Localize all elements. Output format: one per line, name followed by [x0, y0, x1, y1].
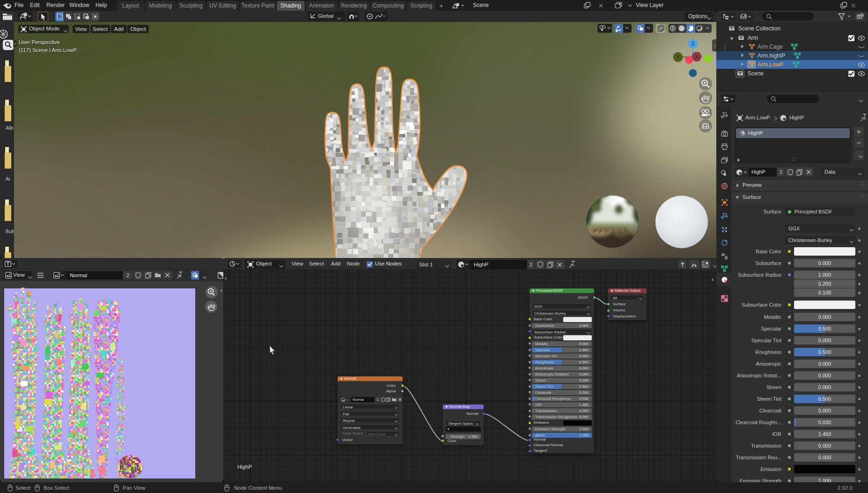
svg-text:X: X	[695, 54, 699, 59]
svg-text:Y: Y	[676, 54, 680, 60]
svg-text:Z: Z	[691, 41, 695, 46]
